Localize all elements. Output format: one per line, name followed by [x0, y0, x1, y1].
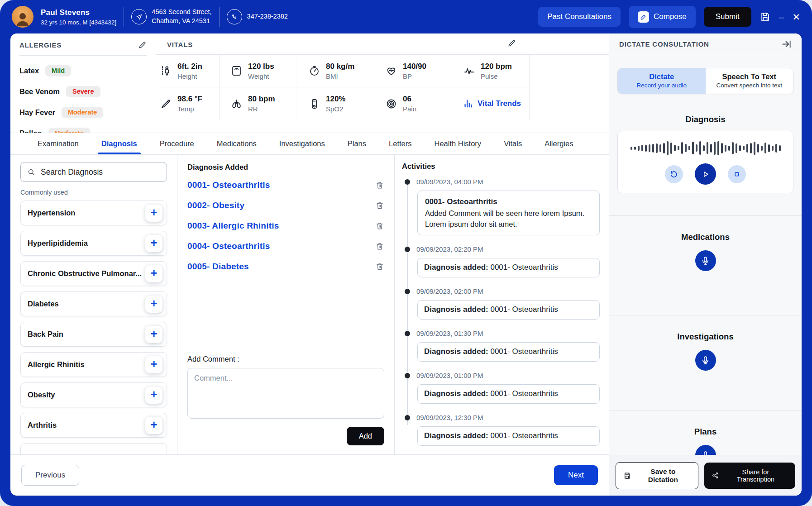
activity-entry: 09/09/2023, 01:30 PM Diagnosis added: 00…	[405, 329, 600, 362]
vital-label: BMI	[326, 72, 354, 80]
restart-recording-icon[interactable]	[665, 165, 683, 183]
diagnosis-link[interactable]: 0001- Osteoarthritis	[187, 180, 270, 190]
trash-icon[interactable]	[375, 262, 384, 271]
list-item-arthritis[interactable]: Arthritis +	[20, 413, 167, 438]
tab-allergies[interactable]: Allergies	[545, 133, 573, 154]
search-box	[20, 162, 167, 182]
add-comment-button[interactable]: Add	[347, 427, 384, 445]
activity-timestamp: 09/09/2023, 01:30 PM	[416, 329, 600, 337]
save-to-dictation-button[interactable]: Save to Dictation	[616, 462, 698, 489]
added-diagnosis-row: 0004- Osteoarthritis	[187, 241, 384, 251]
tab-investigations[interactable]: Investigations	[279, 133, 325, 154]
list-item-allergic-rhinitis[interactable]: Allergic Rhinitis +	[20, 352, 167, 377]
allergies-title: ALLERGIES	[19, 41, 62, 49]
list-item-partial	[20, 443, 167, 454]
allergies-panel: ALLERGIES Latex Mild Bee Venom Severe	[10, 33, 156, 133]
stop-icon[interactable]	[728, 165, 746, 183]
list-item-back-pain[interactable]: Back Pain +	[20, 322, 167, 347]
tab-medications[interactable]: Medications	[217, 133, 257, 154]
activity-event-card: Diagnosis added: 0001- Osteoarthritis	[417, 300, 600, 320]
previous-button[interactable]: Previous	[21, 465, 79, 486]
search-icon	[27, 167, 35, 177]
comment-textarea[interactable]	[187, 368, 384, 419]
vital-weight: 120 lbsWeight	[220, 55, 297, 87]
plus-icon[interactable]: +	[145, 205, 162, 222]
activities-column: Activities 09/09/2023, 04:00 PM 0001- Os…	[395, 155, 609, 454]
trash-icon[interactable]	[375, 201, 384, 210]
tab-letters[interactable]: Letters	[389, 133, 411, 154]
allergy-name: Pollen	[19, 129, 42, 133]
allergy-name: Bee Venom	[19, 87, 60, 96]
diagnosis-link[interactable]: 0005- Diabetes	[187, 262, 249, 272]
vital-label: SpO2	[326, 105, 345, 113]
plus-icon[interactable]: +	[145, 235, 162, 252]
tab-examination[interactable]: Examination	[38, 133, 79, 154]
section-tabs: Examination Diagnosis Procedure Medicati…	[10, 133, 609, 155]
phone-number: 347-238-2382	[247, 12, 288, 21]
plus-icon[interactable]: +	[145, 417, 162, 434]
plus-icon[interactable]: +	[145, 387, 162, 404]
close-button[interactable]: ✕	[792, 12, 800, 22]
allergy-name: Hay Fever	[19, 108, 55, 117]
vital-value: 98.6 °F	[177, 95, 202, 104]
share-icon	[712, 472, 719, 479]
diagnosis-link[interactable]: 0004- Osteoarthritis	[187, 241, 270, 251]
header-divider	[124, 7, 124, 27]
plus-icon[interactable]: +	[145, 356, 162, 373]
dictate-section-medications: Medications	[609, 216, 802, 315]
vital-bmi: 80 kg/mBMI	[297, 55, 374, 87]
waveform	[625, 138, 786, 158]
play-icon[interactable]	[695, 163, 716, 185]
trash-icon[interactable]	[375, 221, 384, 230]
allergy-row: Hay Fever Moderate	[19, 106, 147, 118]
list-item-obesity[interactable]: Obesity +	[20, 382, 167, 407]
trash-icon[interactable]	[375, 242, 384, 251]
allergy-row: Bee Venom Severe	[19, 86, 147, 97]
diagnosis-link[interactable]: 0002- Obesity	[187, 200, 244, 210]
vital-label: Weight	[248, 72, 274, 80]
plus-icon[interactable]: +	[145, 326, 162, 343]
activities-timeline: 09/09/2023, 04:00 PM 0001- Osteoarthriti…	[405, 178, 600, 446]
diagnosis-added-column: Diagnosis Added 0001- Osteoarthritis 000…	[177, 155, 395, 454]
tab-vitals[interactable]: Vitals	[504, 133, 522, 154]
record-medications-mic-icon[interactable]	[695, 250, 716, 271]
activity-entry: 09/09/2023, 02:00 PM Diagnosis added: 00…	[405, 287, 600, 320]
list-item-hypertension[interactable]: Hypertension +	[20, 200, 167, 225]
tab-diagnosis[interactable]: Diagnosis	[101, 133, 137, 154]
past-consultations-button[interactable]: Past Consultations	[538, 7, 621, 27]
diagnosis-link[interactable]: 0003- Allergic Rhinitis	[187, 221, 279, 231]
edit-allergies-icon[interactable]	[138, 41, 147, 49]
allergy-row-clipped: Pollen Moderate	[19, 127, 147, 133]
search-diagnosis-input[interactable]	[41, 167, 160, 177]
activity-event-card: Diagnosis added: 0001- Osteoarthritis	[417, 342, 600, 362]
save-icon[interactable]	[759, 11, 771, 23]
collapse-panel-icon[interactable]	[781, 39, 792, 49]
next-button[interactable]: Next	[554, 465, 598, 485]
list-item-copd[interactable]: Chronic Obstructive Pulmonar... +	[20, 261, 167, 286]
list-item-hyperlipididemia[interactable]: Hyperlipididemia +	[20, 231, 167, 256]
vitals-grid: 6ft. 2inHeight 120 lbsWeight 80 kg/mBMI	[156, 55, 530, 120]
tab-procedure[interactable]: Procedure	[160, 133, 194, 154]
top-panels: ALLERGIES Latex Mild Bee Venom Severe	[10, 33, 609, 133]
edit-vitals-icon[interactable]	[507, 39, 516, 48]
toggle-speech-to-text[interactable]: Speech To Text Convert speech into text	[706, 68, 793, 94]
minimize-button[interactable]: –	[779, 12, 784, 22]
activity-event-card: Diagnosis added: 0001- Osteoarthritis	[417, 426, 600, 446]
tab-plans[interactable]: Plans	[348, 133, 366, 154]
tab-health-history[interactable]: Health History	[435, 133, 482, 154]
gauge-icon	[308, 65, 320, 77]
trash-icon[interactable]	[375, 181, 384, 190]
plus-icon[interactable]: +	[145, 265, 162, 282]
share-for-transcription-button[interactable]: Share for Transcription	[704, 463, 795, 489]
compose-button[interactable]: Compose	[629, 6, 696, 28]
toggle-dictate[interactable]: Dictate Record your audio	[618, 68, 706, 94]
added-diagnosis-row: 0003- Allergic Rhinitis	[187, 220, 384, 231]
plus-icon[interactable]: +	[145, 296, 162, 313]
list-item-diabetes[interactable]: Diabetes +	[20, 291, 167, 316]
add-comment-block: Add Comment : Add	[187, 355, 384, 445]
record-investigations-mic-icon[interactable]	[695, 350, 716, 371]
vital-trends-link[interactable]: Vital Trends	[463, 99, 521, 109]
vitals-panel: VITALS 6ft. 2inHeight 120 lbsWeight	[156, 33, 609, 133]
severity-badge: Moderate	[48, 128, 90, 133]
submit-button[interactable]: Submit	[704, 7, 751, 27]
